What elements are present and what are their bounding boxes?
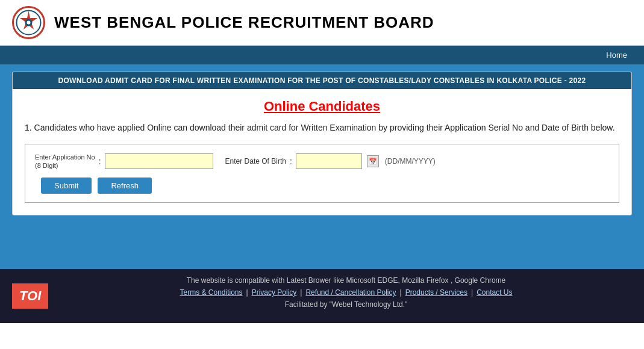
footer-compat-text: The website is compatible with Latest Br…	[60, 276, 632, 285]
footer-center: The website is compatible with Latest Br…	[60, 276, 632, 309]
app-no-separator: :	[99, 156, 101, 166]
card-body: Online Candidates 1. Candidates who have…	[13, 89, 631, 215]
app-no-label-sub: (8 Digit)	[35, 161, 95, 170]
card-description: 1. Candidates who have applied Online ca…	[25, 122, 619, 134]
nav-home[interactable]: Home	[601, 49, 632, 61]
footer: TOI The website is compatible with Lates…	[0, 269, 644, 323]
card-title: Online Candidates	[25, 99, 619, 114]
svg-point-4	[27, 21, 31, 25]
site-logo	[12, 6, 45, 39]
footer-links: Terms & Conditions | Privacy Policy | Re…	[60, 288, 632, 297]
footer-facilitated: Facilitated by "Webel Technology Ltd."	[60, 300, 632, 309]
footer-sep-1: |	[246, 288, 248, 297]
dob-label: Enter Date Of Birth	[225, 157, 286, 165]
footer-link-contact[interactable]: Contact Us	[477, 288, 512, 297]
form-row: Enter Application No (8 Digit) : Enter D…	[35, 153, 609, 170]
navbar: Home	[0, 46, 644, 64]
footer-link-terms[interactable]: Terms & Conditions	[180, 288, 242, 297]
footer-link-refund[interactable]: Refund / Cancellation Policy	[305, 288, 396, 297]
refresh-button[interactable]: Refresh	[98, 178, 152, 194]
app-no-label: Enter Application No (8 Digit)	[35, 153, 95, 170]
footer-link-privacy[interactable]: Privacy Policy	[252, 288, 297, 297]
toi-badge: TOI	[12, 283, 48, 309]
app-no-group: Enter Application No (8 Digit) :	[35, 153, 213, 170]
dob-separator: :	[290, 156, 292, 166]
footer-sep-2: |	[300, 288, 302, 297]
app-no-input[interactable]	[105, 153, 213, 169]
main-card: DOWNLOAD ADMIT CARD FOR FINAL WRITTEN EX…	[12, 72, 632, 215]
dob-input[interactable]	[296, 153, 362, 169]
dob-group: Enter Date Of Birth : 📅 (DD/MM/YYYY)	[225, 153, 436, 169]
calendar-icon[interactable]: 📅	[367, 155, 379, 167]
dob-hint: (DD/MM/YYYY)	[385, 157, 436, 165]
footer-sep-4: |	[471, 288, 473, 297]
button-row: Submit Refresh	[41, 178, 609, 194]
submit-button[interactable]: Submit	[41, 178, 92, 194]
footer-link-products[interactable]: Products / Services	[405, 288, 467, 297]
main-content: DOWNLOAD ADMIT CARD FOR FINAL WRITTEN EX…	[0, 64, 644, 269]
form-box: Enter Application No (8 Digit) : Enter D…	[25, 144, 619, 203]
site-title: WEST BENGAL POLICE RECRUITMENT BOARD	[54, 13, 434, 32]
app-no-label-main: Enter Application No	[35, 153, 95, 161]
site-header: WEST BENGAL POLICE RECRUITMENT BOARD	[0, 0, 644, 46]
card-banner: DOWNLOAD ADMIT CARD FOR FINAL WRITTEN EX…	[13, 72, 631, 89]
footer-sep-3: |	[400, 288, 402, 297]
